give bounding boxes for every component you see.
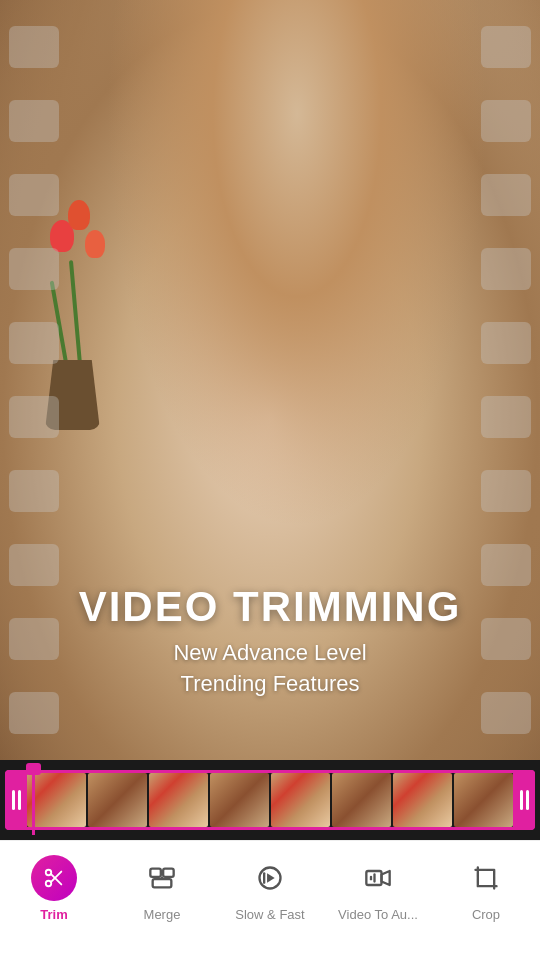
film-hole xyxy=(481,100,531,142)
svg-rect-15 xyxy=(478,870,494,886)
trim-selection xyxy=(5,770,535,830)
video-to-audio-icon xyxy=(364,864,392,892)
film-hole xyxy=(9,100,59,142)
pause-bar xyxy=(18,790,21,810)
tulip-head-2 xyxy=(68,200,90,230)
svg-rect-4 xyxy=(150,869,161,877)
video-to-audio-icon-wrap xyxy=(355,855,401,901)
crop-icon xyxy=(472,864,500,892)
svg-line-3 xyxy=(51,872,62,883)
trim-icon xyxy=(43,867,65,889)
film-hole xyxy=(9,396,59,438)
film-hole xyxy=(9,248,59,290)
merge-label: Merge xyxy=(144,907,181,922)
pause-icon xyxy=(12,790,21,810)
tulip-head-3 xyxy=(85,230,105,258)
main-title: VIDEO TRIMMING xyxy=(20,584,520,630)
subtitle-line1: New Advance Level xyxy=(173,640,366,665)
trim-label: Trim xyxy=(40,907,67,922)
playhead[interactable] xyxy=(32,765,35,835)
pause-bar xyxy=(526,790,529,810)
film-hole xyxy=(9,470,59,512)
main-video-area: VIDEO TRIMMING New Advance Level Trendin… xyxy=(0,0,540,760)
film-hole xyxy=(481,322,531,364)
film-hole xyxy=(9,174,59,216)
svg-marker-12 xyxy=(382,871,390,885)
pause-bar xyxy=(12,790,15,810)
crop-icon-wrap xyxy=(463,855,509,901)
timeline-area[interactable] xyxy=(0,760,540,840)
merge-icon-wrap xyxy=(139,855,185,901)
nav-item-slow-fast[interactable]: Slow & Fast xyxy=(220,855,320,922)
playhead-top xyxy=(26,763,41,775)
film-hole xyxy=(481,248,531,290)
svg-marker-9 xyxy=(267,873,275,882)
trim-handle-left[interactable] xyxy=(5,770,27,830)
slow-fast-label: Slow & Fast xyxy=(235,907,304,922)
film-hole xyxy=(9,322,59,364)
text-overlay: VIDEO TRIMMING New Advance Level Trendin… xyxy=(0,584,540,700)
film-hole xyxy=(481,26,531,68)
film-hole xyxy=(481,396,531,438)
slow-fast-icon xyxy=(256,864,284,892)
pause-bar xyxy=(520,790,523,810)
film-hole xyxy=(481,544,531,586)
svg-rect-5 xyxy=(163,869,174,877)
nav-item-video-to-audio[interactable]: Video To Au... xyxy=(328,855,428,922)
svg-line-2 xyxy=(51,874,62,885)
slow-fast-icon-wrap xyxy=(247,855,293,901)
crop-label: Crop xyxy=(472,907,500,922)
bottom-navigation: Trim Merge Slow & Fast xyxy=(0,840,540,960)
film-hole xyxy=(481,470,531,512)
nav-item-crop[interactable]: Crop xyxy=(436,855,536,922)
svg-rect-6 xyxy=(153,879,172,887)
merge-icon xyxy=(148,864,176,892)
film-hole xyxy=(9,544,59,586)
film-hole xyxy=(481,174,531,216)
trim-handle-right[interactable] xyxy=(513,770,535,830)
video-to-audio-label: Video To Au... xyxy=(338,907,418,922)
pause-icon xyxy=(520,790,529,810)
film-hole xyxy=(9,26,59,68)
nav-item-trim[interactable]: Trim xyxy=(4,855,104,922)
subtitle: New Advance Level Trending Features xyxy=(20,638,520,700)
trim-icon-wrap xyxy=(31,855,77,901)
nav-item-merge[interactable]: Merge xyxy=(112,855,212,922)
subtitle-line2: Trending Features xyxy=(181,671,360,696)
timeline-track[interactable] xyxy=(0,765,540,835)
